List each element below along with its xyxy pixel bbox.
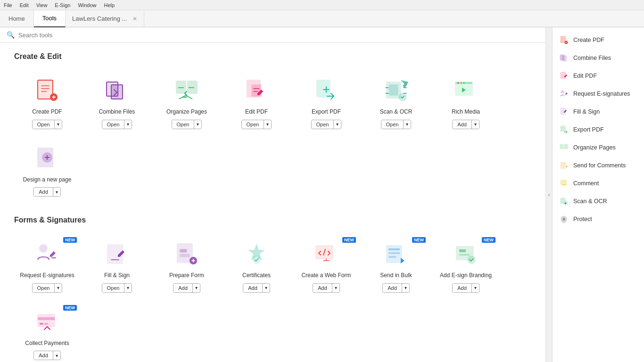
sidebar-item-export-pdf[interactable]: Export PDF [553, 121, 644, 139]
combine-files-icon [103, 76, 131, 105]
combine-files-open-btn[interactable]: Open [102, 120, 124, 129]
sidebar-item-fill-sign[interactable]: Fill & Sign [553, 103, 644, 121]
scan-ocr-name: Scan & OCR [380, 108, 413, 116]
create-web-form-add-btn[interactable]: Add [313, 284, 332, 292]
new-badge-send-bulk: NEW [412, 237, 426, 243]
organize-pages-icon [173, 76, 201, 105]
sidebar-edit-pdf-label: Edit PDF [573, 73, 597, 79]
tool-card-create-web-form[interactable]: NEW Create a Web Form Add ▾ [293, 234, 359, 298]
add-esign-branding-name: Add E-sign Branding [440, 272, 492, 280]
create-web-form-dropdown-btn[interactable]: ▾ [332, 284, 339, 292]
tool-card-add-esign-branding[interactable]: NEW Add E-sign Branding [433, 234, 499, 298]
tools-grid-create-edit: Create PDF Open ▾ [14, 70, 531, 202]
menu-edit[interactable]: Edit [20, 2, 29, 8]
organize-pages-open-btn[interactable]: Open [172, 120, 194, 129]
sidebar-item-protect[interactable]: Protect [553, 210, 644, 228]
menu-view[interactable]: View [36, 2, 48, 8]
add-esign-branding-add-btn[interactable]: Add [453, 284, 471, 292]
request-esig-icon [33, 240, 61, 268]
tab-file[interactable]: LawLers Catering ... ✕ [66, 10, 144, 27]
rich-media-add-btn[interactable]: Add [453, 120, 471, 129]
prepare-form-dropdown-btn[interactable]: ▾ [192, 284, 200, 292]
certificates-icon [242, 240, 271, 268]
design-page-dropdown-btn[interactable]: ▾ [53, 188, 60, 196]
send-in-bulk-dropdown-btn[interactable]: ▾ [402, 284, 409, 292]
edit-pdf-open-btn[interactable]: Open [242, 120, 264, 129]
export-pdf-open-btn[interactable]: Open [312, 120, 334, 129]
tool-card-combine-files[interactable]: Combine Files Open ▾ [84, 70, 150, 134]
sidebar-item-create-pdf[interactable]: Create PDF [553, 31, 644, 49]
menu-esign[interactable]: E-Sign [55, 2, 70, 8]
tab-close-icon[interactable]: ✕ [132, 16, 137, 22]
sidebar-item-organize-pages[interactable]: Organize Pages [553, 139, 644, 156]
sidebar-combine-files-label: Combine Files [573, 55, 611, 61]
tool-card-design-page[interactable]: Design a new page Add ▾ [14, 138, 80, 202]
new-badge-esign-branding: NEW [482, 237, 495, 243]
rich-media-icon [452, 76, 480, 105]
svg-rect-51 [564, 144, 568, 149]
design-page-icon [33, 144, 61, 173]
tool-card-request-esignatures[interactable]: NEW Request E-signatures Open [14, 234, 80, 298]
design-page-add-btn[interactable]: Add [34, 188, 53, 196]
svg-rect-40 [40, 323, 43, 325]
sidebar-toggle[interactable]: ‹ [545, 27, 552, 362]
svg-rect-36 [459, 254, 470, 255]
tool-card-scan-ocr[interactable]: Scan & OCR Open ▾ [363, 70, 429, 134]
tool-card-export-pdf[interactable]: Export PDF Open ▾ [293, 70, 359, 134]
design-page-name: Design a new page [23, 176, 72, 184]
svg-rect-45 [562, 56, 567, 61]
edit-pdf-dropdown-btn[interactable]: ▾ [264, 120, 271, 129]
export-pdf-dropdown-btn[interactable]: ▾ [333, 120, 341, 129]
collect-payments-dropdown-btn[interactable]: ▾ [53, 351, 60, 360]
tool-card-organize-pages[interactable]: Organize Pages Open ▾ [154, 70, 220, 134]
sidebar-item-request-esig[interactable]: Request E-signatures [553, 85, 644, 103]
organize-pages-dropdown-btn[interactable]: ▾ [194, 120, 201, 129]
scan-ocr-open-btn[interactable]: Open [381, 120, 404, 129]
tool-card-edit-pdf[interactable]: Edit PDF Open ▾ [223, 70, 289, 134]
fill-sign-open-btn[interactable]: Open [102, 284, 124, 292]
scan-ocr-dropdown-btn[interactable]: ▾ [403, 120, 411, 129]
tool-card-prepare-form[interactable]: Prepare Form Add ▾ [154, 234, 220, 298]
sidebar-item-comment[interactable]: Comment [553, 174, 644, 192]
sidebar-send-for-comments-label: Send for Comments [573, 162, 626, 169]
combine-files-dropdown-btn[interactable]: ▾ [124, 120, 132, 129]
tabbar: Home Tools LawLers Catering ... ✕ [0, 10, 644, 27]
sidebar-item-scan-ocr[interactable]: Scan & OCR [553, 192, 644, 210]
request-esig-dropdown-btn[interactable]: ▾ [54, 284, 62, 292]
tool-card-create-pdf[interactable]: Create PDF Open ▾ [14, 70, 80, 134]
send-in-bulk-add-btn[interactable]: Add [383, 284, 402, 292]
sidebar-item-send-for-comments[interactable]: Send for Comments [553, 156, 644, 174]
collect-payments-add-btn[interactable]: Add [34, 351, 53, 360]
certificates-add-btn[interactable]: Add [243, 284, 262, 292]
add-esign-branding-dropdown-btn[interactable]: ▾ [471, 284, 479, 292]
sidebar-item-combine-files[interactable]: Combine Files [553, 49, 644, 67]
fill-sign-dropdown-btn[interactable]: ▾ [124, 284, 132, 292]
search-input[interactable] [18, 32, 539, 39]
menu-window[interactable]: Window [78, 2, 96, 8]
tool-card-send-in-bulk[interactable]: NEW Send in Bulk Add [363, 234, 429, 298]
tool-card-collect-payments[interactable]: NEW Collect Payments [14, 302, 80, 362]
section-create-edit: Create & Edit C [14, 52, 531, 202]
tab-home[interactable]: Home [0, 10, 34, 27]
svg-rect-13 [389, 85, 398, 95]
sidebar-scan-ocr-icon [559, 197, 569, 206]
tool-card-certificates[interactable]: Certificates Add ▾ [223, 234, 289, 298]
certificates-dropdown-btn[interactable]: ▾ [262, 284, 270, 292]
svg-rect-8 [188, 81, 197, 93]
svg-point-56 [563, 218, 565, 221]
create-pdf-dropdown-btn[interactable]: ▾ [54, 120, 62, 129]
rich-media-dropdown-btn[interactable]: ▾ [471, 120, 479, 129]
tool-card-fill-sign[interactable]: Fill & Sign Open ▾ [84, 234, 150, 298]
tools-grid-forms-signatures: NEW Request E-signatures Open [14, 234, 531, 362]
request-esig-open-btn[interactable]: Open [33, 284, 55, 292]
edit-pdf-btn-row: Open ▾ [241, 120, 272, 129]
sidebar-item-edit-pdf[interactable]: Edit PDF [553, 67, 644, 85]
menu-help[interactable]: Help [104, 2, 115, 8]
tool-card-rich-media[interactable]: Rich Media Add ▾ [433, 70, 499, 134]
menu-file[interactable]: File [4, 2, 12, 8]
prepare-form-add-btn[interactable]: Add [173, 284, 192, 292]
create-pdf-btn-row: Open ▾ [32, 120, 63, 129]
sidebar-fill-sign-icon [559, 107, 569, 116]
create-pdf-open-btn[interactable]: Open [33, 120, 55, 129]
tab-tools[interactable]: Tools [34, 10, 66, 27]
